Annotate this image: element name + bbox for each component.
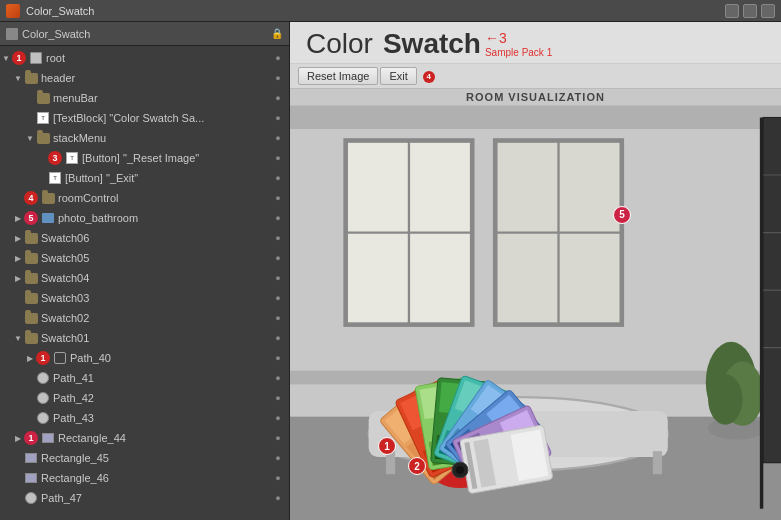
- tree-item-label: Rectangle_46: [41, 472, 271, 484]
- tree-arrow[interactable]: [0, 52, 12, 64]
- tree-item-Swatch04[interactable]: Swatch04●: [0, 268, 289, 288]
- tree-item-label: Swatch06: [41, 232, 271, 244]
- tree-item-Rectangle44[interactable]: 1Rectangle_44●: [0, 428, 289, 448]
- tree-item-Path40[interactable]: 1Path_40●: [0, 348, 289, 368]
- tree-item-Path41[interactable]: Path_41●: [0, 368, 289, 388]
- exit-button[interactable]: Exit: [380, 67, 416, 85]
- tree-arrow: [12, 312, 24, 324]
- title-bar: Color_Swatch: [0, 0, 781, 22]
- tree-item-btnExit[interactable]: T[Button] "_Exit"●: [0, 168, 289, 188]
- scene-badge-1: 1: [378, 437, 396, 455]
- tree-item-icon-camera: [41, 211, 55, 225]
- tree-item-icon-folder: [41, 191, 55, 205]
- tree-item-icon-folder: [24, 311, 38, 325]
- scene-badge-2: 2: [408, 457, 426, 475]
- tree-eye-icon[interactable]: ●: [271, 111, 285, 125]
- title-bar-controls: [725, 4, 775, 18]
- tree-arrow: [12, 292, 24, 304]
- tree-eye-icon[interactable]: ●: [271, 131, 285, 145]
- tree-eye-icon[interactable]: ●: [271, 491, 285, 505]
- tree-eye-icon[interactable]: ●: [271, 431, 285, 445]
- tree-arrow: [36, 152, 48, 164]
- left-panel: Color_Swatch 🔒 1root●header●menuBar●T[Te…: [0, 22, 290, 520]
- tree-arrow[interactable]: [12, 252, 24, 264]
- svg-point-17: [708, 374, 743, 425]
- tree-arrow: [36, 172, 48, 184]
- tree-item-icon-folder: [24, 251, 38, 265]
- tree-eye-icon[interactable]: ●: [271, 211, 285, 225]
- tree-eye-icon[interactable]: ●: [271, 451, 285, 465]
- tree-eye-icon[interactable]: ●: [271, 151, 285, 165]
- tree-eye-icon[interactable]: ●: [271, 251, 285, 265]
- tree-eye-icon[interactable]: ●: [271, 91, 285, 105]
- tree-arrow[interactable]: [24, 352, 36, 364]
- title-color-word: Color: [306, 30, 373, 58]
- close-button[interactable]: [761, 4, 775, 18]
- tree-item-Path42[interactable]: Path_42●: [0, 388, 289, 408]
- tree-item-icon-shape: [36, 371, 50, 385]
- tree-item-icon-shape: [36, 391, 50, 405]
- tree-item-label: Path_43: [53, 412, 271, 424]
- tree-arrow[interactable]: [12, 432, 24, 444]
- tree-arrow: [12, 192, 24, 204]
- reset-image-button[interactable]: Reset Image: [298, 67, 378, 85]
- tree-eye-icon[interactable]: ●: [271, 291, 285, 305]
- tree-eye-icon[interactable]: ●: [271, 71, 285, 85]
- tree-arrow[interactable]: [12, 232, 24, 244]
- color-swatch-fan: [370, 340, 630, 500]
- tree-item-Path43[interactable]: Path_43●: [0, 408, 289, 428]
- tree-item-menuBar[interactable]: menuBar●: [0, 88, 289, 108]
- tree-item-header[interactable]: header●: [0, 68, 289, 88]
- tree-item-label: Path_47: [41, 492, 271, 504]
- tree-eye-icon[interactable]: ●: [271, 391, 285, 405]
- tree-item-textblock[interactable]: T[TextBlock] "Color Swatch Sa...●: [0, 108, 289, 128]
- tree-item-label: Path_42: [53, 392, 271, 404]
- tree-eye-icon[interactable]: ●: [271, 471, 285, 485]
- tree-badge: 1: [12, 51, 26, 65]
- tree-arrow[interactable]: [12, 332, 24, 344]
- tree-item-photo_bathroom[interactable]: 5photo_bathroom●: [0, 208, 289, 228]
- tree-eye-icon[interactable]: ●: [271, 51, 285, 65]
- tree-container[interactable]: 1root●header●menuBar●T[TextBlock] "Color…: [0, 46, 289, 520]
- tree-eye-icon[interactable]: ●: [271, 191, 285, 205]
- tree-item-root[interactable]: 1root●: [0, 48, 289, 68]
- tree-item-Rectangle46[interactable]: Rectangle_46●: [0, 468, 289, 488]
- tree-item-Swatch06[interactable]: Swatch06●: [0, 228, 289, 248]
- tree-eye-icon[interactable]: ●: [271, 351, 285, 365]
- tree-item-Swatch05[interactable]: Swatch05●: [0, 248, 289, 268]
- tree-item-label: Path_40: [70, 352, 271, 364]
- tree-item-roomControl[interactable]: 4roomControl●: [0, 188, 289, 208]
- tree-arrow[interactable]: [24, 132, 36, 144]
- tree-arrow[interactable]: [12, 212, 24, 224]
- tree-item-Swatch01[interactable]: Swatch01●: [0, 328, 289, 348]
- tree-arrow[interactable]: [12, 272, 24, 284]
- toolbar: Reset Image Exit 4: [290, 64, 781, 89]
- scene-badge-5: 5: [613, 206, 631, 224]
- tree-item-label: root: [46, 52, 271, 64]
- tree-eye-icon[interactable]: ●: [271, 171, 285, 185]
- tree-item-stackMenu[interactable]: stackMenu●: [0, 128, 289, 148]
- minimize-button[interactable]: [725, 4, 739, 18]
- tree-item-label: Swatch01: [41, 332, 271, 344]
- tree-item-Swatch03[interactable]: Swatch03●: [0, 288, 289, 308]
- tree-arrow[interactable]: [12, 72, 24, 84]
- tree-item-icon-shape: [36, 411, 50, 425]
- tree-eye-icon[interactable]: ●: [271, 331, 285, 345]
- tree-eye-icon[interactable]: ●: [271, 231, 285, 245]
- tree-eye-icon[interactable]: ●: [271, 371, 285, 385]
- maximize-button[interactable]: [743, 4, 757, 18]
- tree-item-icon-folder: [24, 291, 38, 305]
- tree-item-icon-root: [29, 51, 43, 65]
- tree-eye-icon[interactable]: ●: [271, 311, 285, 325]
- tree-eye-icon[interactable]: ●: [271, 411, 285, 425]
- svg-rect-13: [653, 451, 662, 474]
- tree-item-icon-text: T: [65, 151, 79, 165]
- tree-item-Swatch02[interactable]: Swatch02●: [0, 308, 289, 328]
- tree-item-Rectangle45[interactable]: Rectangle_45●: [0, 448, 289, 468]
- tree-eye-icon[interactable]: ●: [271, 271, 285, 285]
- tree-item-btnReset[interactable]: 3T[Button] "_Reset Image"●: [0, 148, 289, 168]
- right-panel: Color Swatch ←3 Sample Pack 1 Reset Imag…: [290, 22, 781, 520]
- tree-arrow: [24, 392, 36, 404]
- title-bar-text: Color_Swatch: [26, 5, 94, 17]
- tree-item-Path47[interactable]: Path_47●: [0, 488, 289, 508]
